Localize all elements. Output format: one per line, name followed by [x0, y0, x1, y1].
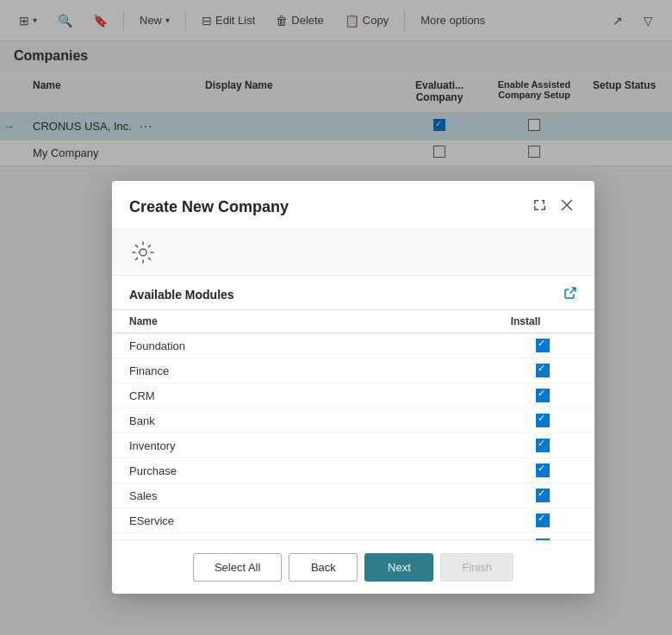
module-checkbox-5[interactable] — [536, 464, 550, 477]
select-all-btn[interactable]: Select All — [193, 553, 282, 582]
next-btn[interactable]: Next — [364, 553, 433, 582]
module-install-4 — [508, 439, 577, 452]
module-row[interactable]: Inventory — [112, 433, 594, 458]
modal-expand-btn[interactable] — [529, 195, 550, 219]
module-name-6: Sales — [129, 489, 508, 502]
gear-icon — [131, 240, 155, 265]
modal-settings-bar — [112, 230, 594, 276]
module-checkbox-2[interactable] — [536, 389, 550, 402]
module-install-1 — [508, 364, 577, 377]
module-col-name: Name — [129, 315, 491, 327]
modal-section-header: Available Modules — [112, 276, 594, 310]
module-name-7: EService — [129, 514, 508, 527]
module-row[interactable]: EService — [112, 508, 594, 533]
module-name-5: Purchase — [129, 464, 508, 477]
module-install-2 — [508, 389, 577, 402]
modal-section-title: Available Modules — [129, 288, 234, 302]
modal-header-actions — [529, 195, 577, 219]
module-checkbox-8[interactable] — [536, 539, 550, 540]
module-install-3 — [508, 414, 577, 427]
module-row[interactable]: Sustainability Module — [112, 533, 594, 540]
module-row[interactable]: CRM — [112, 383, 594, 408]
module-install-6 — [508, 489, 577, 502]
modal-footer: Select All Back Next Finish — [112, 540, 594, 594]
module-name-1: Finance — [129, 364, 508, 377]
module-install-8 — [508, 539, 577, 540]
module-table-header: Name Install — [112, 310, 594, 333]
module-row[interactable]: Purchase — [112, 458, 594, 483]
finish-btn: Finish — [440, 553, 513, 582]
modal-title: Create New Company — [129, 198, 289, 216]
module-install-7 — [508, 514, 577, 527]
module-row[interactable]: Finance — [112, 358, 594, 383]
module-row[interactable]: Sales — [112, 483, 594, 508]
module-name-3: Bank — [129, 414, 508, 427]
module-install-0 — [508, 339, 577, 352]
module-checkbox-4[interactable] — [536, 439, 550, 452]
module-name-8: Sustainability Module — [129, 539, 508, 541]
section-share-icon[interactable] — [563, 286, 577, 302]
module-row[interactable]: Bank — [112, 408, 594, 433]
module-checkbox-1[interactable] — [536, 364, 550, 377]
module-name-0: Foundation — [129, 339, 508, 352]
modal-header: Create New Company — [112, 181, 594, 230]
create-company-modal: Create New Company Available Modules — [112, 181, 594, 594]
module-col-install: Install — [491, 315, 560, 327]
module-checkbox-6[interactable] — [536, 489, 550, 502]
module-checkbox-7[interactable] — [536, 514, 550, 527]
module-checkbox-0[interactable] — [536, 339, 550, 352]
module-name-4: Inventory — [129, 439, 508, 452]
module-row[interactable]: Foundation — [112, 333, 594, 358]
module-list: Foundation Finance CRM Bank Inventory — [112, 333, 594, 540]
module-name-2: CRM — [129, 389, 508, 402]
svg-point-0 — [140, 249, 146, 256]
gear-icon-wrap — [129, 239, 157, 266]
expand-icon — [532, 198, 546, 212]
close-icon — [560, 198, 574, 212]
back-btn[interactable]: Back — [289, 553, 358, 582]
module-install-5 — [508, 464, 577, 477]
modal-close-btn[interactable] — [557, 195, 577, 219]
share-arrow-icon — [563, 286, 577, 300]
module-checkbox-3[interactable] — [536, 414, 550, 427]
